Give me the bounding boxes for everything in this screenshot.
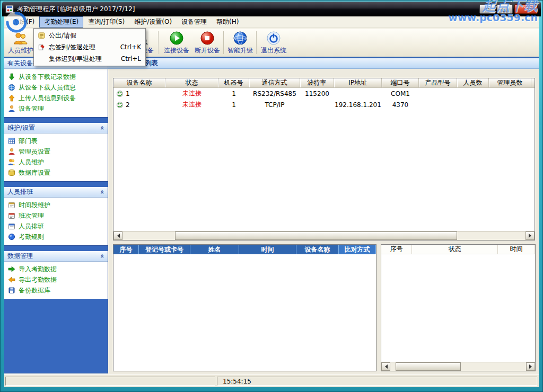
device-row[interactable]: 2 未连接 1 TCP/IP 192.168.1.201 4370 [113, 99, 535, 110]
column-header[interactable]: 比对方式 [339, 245, 376, 254]
sidebar-item-download-users[interactable]: 从设备下载人员信息 [4, 82, 108, 93]
device-ip [334, 88, 382, 99]
sidebar-group-data-header[interactable]: 数据管理 « [4, 251, 108, 262]
column-header[interactable]: 时间 [239, 245, 296, 254]
status-list-panel: 序号 状态 时间 [381, 244, 536, 371]
scroll-left-button[interactable] [381, 362, 390, 371]
collapse-chevron-icon[interactable]: « [98, 126, 106, 130]
toolbar-connect-device-button[interactable]: 连接设备 [161, 30, 192, 56]
group-title: 维护/设置 [7, 123, 35, 132]
site-logo-watermark [4, 11, 28, 34]
column-header[interactable]: 序号 [113, 245, 139, 254]
menu-help[interactable]: 帮助(H) [212, 16, 243, 28]
menu-item-label: 公出/请假 [49, 31, 76, 40]
sidebar-item-export-data[interactable]: 导出考勤数据 [4, 274, 108, 285]
device-baud: 115200 [300, 88, 334, 99]
database-icon [8, 169, 15, 176]
column-header[interactable]: 机器号 [218, 78, 249, 87]
device-machine-no: 1 [218, 88, 249, 99]
screen: { "window": { "title": "考勤管理程序 [临时超级用户 2… [0, 0, 543, 392]
status-table-header: 序号 状态 时间 [381, 245, 535, 254]
view-caption: 设备列表 [108, 58, 539, 69]
sidebar-item-user-maintain[interactable]: 人员维护 [4, 157, 108, 167]
sidebar-group-scheduling-header[interactable]: 人员排班 « [4, 187, 108, 198]
device-table-hscrollbar[interactable] [113, 231, 535, 240]
column-header[interactable]: 状态 [412, 245, 498, 254]
scroll-thumb[interactable] [175, 231, 457, 240]
sidebar-item-db-settings[interactable]: 数据库设置 [4, 167, 108, 178]
calendar-icon [8, 222, 15, 230]
sidebar-item-backup-db[interactable]: 备份数据库 [4, 285, 108, 296]
column-header[interactable]: 管理员数 [489, 78, 531, 87]
menu-attendance-processing[interactable]: 考勤处理(E) [39, 16, 83, 28]
close-button[interactable]: × [514, 4, 538, 14]
toolbar-smart-upgrade-button[interactable]: 智能升级 [225, 30, 256, 56]
main-area: 设备名称 状态 机器号 通信方式 波特率 IP地址 端口号 产品型号 人员数 管… [109, 69, 539, 373]
menu-maintenance-settings[interactable]: 维护/设置(O) [129, 16, 177, 28]
scroll-track[interactable] [122, 231, 526, 240]
collapse-chevron-icon[interactable]: « [98, 190, 106, 194]
menu-item-label: 忘签到/签退处理 [49, 43, 95, 52]
sidebar-panel-data: 导入考勤数据 导出考勤数据 备份数据库 [4, 262, 108, 299]
toolbar-button-label: 人员维护 [8, 46, 33, 55]
column-header[interactable]: 设备名称 [113, 78, 165, 87]
left-arrow-icon [383, 364, 388, 369]
sidebar-panel-scheduling: 时间段维护 班次管理 人员排班 考勤规则 [4, 198, 108, 246]
column-header[interactable]: 设备名称 [296, 245, 339, 254]
sidebar-item-device-manage[interactable]: 设备管理 [4, 103, 108, 114]
menu-query-print[interactable]: 查询/打印(S) [83, 16, 129, 28]
sidebar-item-attendance-rules[interactable]: 考勤规则 [4, 231, 108, 242]
sidebar-item-upload-users[interactable]: 上传人员信息到设备 [4, 93, 108, 103]
disk-icon [8, 287, 15, 294]
column-header[interactable]: 登记号或卡号 [139, 245, 190, 254]
sidebar-item-admin-settings[interactable]: 管理员设置 [4, 146, 108, 157]
column-header[interactable]: 姓名 [190, 245, 239, 254]
column-header[interactable]: 人员数 [457, 78, 489, 87]
device-baud [300, 99, 334, 110]
scroll-thumb[interactable] [396, 362, 461, 371]
toolbar-button-label: 退出系统 [261, 46, 286, 55]
menu-item-shortcut: Ctrl+L [115, 55, 141, 63]
sidebar-group-maintenance-header[interactable]: 维护/设置 « [4, 123, 108, 133]
device-comm: RS232/RS485 [249, 88, 300, 99]
menu-item-group-late-early[interactable]: 集体迟到/早退处理 Ctrl+L [35, 53, 144, 65]
titlebar[interactable]: 考勤管理程序 [临时超级用户 2017/7/12] ─ □ × [2, 2, 541, 16]
menu-item-label: 集体迟到/早退处理 [49, 55, 102, 64]
sidebar-item-timeslot-maintain[interactable]: 时间段维护 [4, 200, 108, 210]
menu-device-management[interactable]: 设备管理 [177, 16, 212, 28]
menubar: 系统(F) 考勤处理(E) 查询/打印(S) 维护/设置(O) 设备管理 帮助(… [4, 16, 539, 28]
menu-item-leave-request[interactable]: 公出/请假 [35, 30, 144, 41]
sidebar-item-dept-table[interactable]: 部门表 [4, 136, 108, 146]
scroll-right-button[interactable] [526, 231, 535, 240]
device-row[interactable]: 1 未连接 1 RS232/RS485 115200 COM1 [113, 88, 535, 99]
power-exit-icon [266, 31, 281, 46]
scroll-track[interactable] [390, 362, 526, 371]
column-header[interactable]: 时间 [498, 245, 535, 254]
people-icon [8, 158, 15, 166]
maximize-button[interactable]: □ [497, 4, 513, 14]
scroll-left-button[interactable] [113, 231, 122, 240]
menu-item-missed-sign[interactable]: 忘签到/签退处理 Ctrl+K [35, 41, 144, 53]
toolbar-disconnect-device-button[interactable]: 断开设备 [192, 30, 223, 56]
column-header[interactable]: 状态 [165, 78, 218, 87]
sidebar-item-shift-manage[interactable]: 班次管理 [4, 210, 108, 221]
stop-disconnect-icon [200, 31, 215, 46]
minimize-button[interactable]: ─ [479, 4, 495, 14]
column-header[interactable]: IP地址 [334, 78, 382, 87]
device-comm: TCP/IP [249, 99, 300, 110]
column-header[interactable]: 产品型号 [419, 78, 457, 87]
device-admin-count [489, 99, 531, 110]
scroll-right-button[interactable] [526, 362, 535, 371]
sidebar-item-download-records[interactable]: 从设备下载记录数据 [4, 72, 108, 82]
toolbar-exit-system-button[interactable]: 退出系统 [258, 30, 289, 56]
status-list-hscrollbar[interactable] [381, 362, 535, 371]
sidebar-item-import-data[interactable]: 导入考勤数据 [4, 264, 108, 274]
sidebar-item-staff-schedule[interactable]: 人员排班 [4, 221, 108, 231]
collapse-chevron-icon[interactable]: « [98, 254, 106, 258]
column-header[interactable]: 通信方式 [249, 78, 300, 87]
empty-icon-slot [37, 55, 46, 63]
column-header[interactable]: 端口号 [382, 78, 419, 87]
column-header[interactable]: 序号 [381, 245, 412, 254]
column-header[interactable]: 波特率 [300, 78, 334, 87]
attendance-processing-menu: 公出/请假 忘签到/签退处理 Ctrl+K 集体迟到/早退处理 Ctrl+L [33, 28, 146, 66]
